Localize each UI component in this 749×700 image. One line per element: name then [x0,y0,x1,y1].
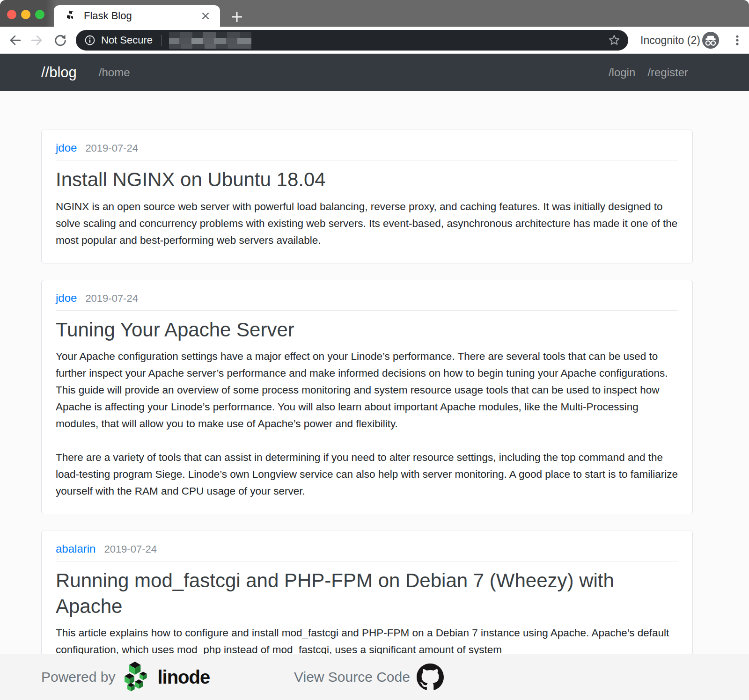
nav-link-login[interactable]: /login [609,66,635,79]
nav-link-home[interactable]: /home [99,66,130,79]
reload-icon[interactable] [53,33,67,47]
window-minimize-button[interactable] [21,10,30,19]
linode-wordmark: linode [157,667,210,688]
post-header: jdoe 2019-07-24 [56,141,678,160]
linode-cubes-icon [124,662,153,693]
page-footer: Powered by [0,654,749,700]
address-divider [161,35,162,46]
post-card: abalarin 2019-07-24 Running mod_fastcgi … [41,531,693,673]
browser-tab[interactable]: Flask Blog [54,5,220,27]
incognito-icon[interactable] [702,31,720,49]
close-icon[interactable] [199,10,212,22]
navbar-brand[interactable]: //blog [41,64,77,81]
address-bar[interactable]: Not Secure [76,30,628,51]
powered-by-linode[interactable]: Powered by [41,662,210,693]
post-date: 2019-07-24 [85,292,138,305]
bookmark-star-icon[interactable] [608,34,621,47]
browser-toolbar: Not Secure [0,27,749,54]
site-favicon-icon [65,10,76,22]
post-body: NGINX is an open source web server with … [56,198,678,249]
browser-window: Flask Blog Not Secure [0,0,749,700]
view-source-label: View Source Code [294,669,410,685]
tab-strip: Flask Blog [0,0,749,27]
post-body: Your Apache configuration settings have … [56,348,678,500]
post-date: 2019-07-24 [85,142,138,154]
post-date: 2019-07-24 [104,543,157,555]
page-content: jdoe 2019-07-24 Install NGINX on Ubuntu … [0,91,749,700]
redacted-url [169,32,251,49]
back-icon[interactable] [8,33,22,47]
new-tab-button[interactable] [229,9,245,25]
post-body: This article explains how to configure a… [56,625,678,658]
site-navbar: //blog /home /login /register [0,54,749,91]
post-header: abalarin 2019-07-24 [56,542,678,561]
github-icon[interactable] [417,664,444,691]
post-paragraph: NGINX is an open source web server with … [56,198,678,249]
post-title: Tuning Your Apache Server [56,317,678,343]
post-author-link[interactable]: jdoe [56,141,77,154]
incognito-label: Incognito (2) [640,34,700,47]
tab-title: Flask Blog [84,10,199,22]
post-title: Running mod_fastcgi and PHP-FPM on Debia… [56,568,678,619]
navbar-right-links: /login /register [609,66,688,79]
post-paragraph: Your Apache configuration settings have … [56,348,678,432]
post-paragraph: This article explains how to configure a… [56,625,678,658]
post-title: Install NGINX on Ubuntu 18.04 [56,167,678,193]
post-card: jdoe 2019-07-24 Install NGINX on Ubuntu … [41,130,693,263]
view-source-link[interactable]: View Source Code [294,664,444,691]
info-icon[interactable] [84,35,95,46]
menu-kebab-icon[interactable] [730,33,744,47]
linode-logo [124,662,153,693]
post-author-link[interactable]: abalarin [56,542,95,555]
nav-link-register[interactable]: /register [647,66,688,79]
post-card: jdoe 2019-07-24 Tuning Your Apache Serve… [41,280,693,515]
forward-icon[interactable] [30,33,44,47]
security-label: Not Secure [101,34,153,46]
window-zoom-button[interactable] [35,10,44,19]
window-close-button[interactable] [7,10,16,19]
post-author-link[interactable]: jdoe [56,292,77,305]
post-header: jdoe 2019-07-24 [56,292,678,311]
powered-by-label: Powered by [41,669,115,685]
post-paragraph: There are a variety of tools that can as… [56,449,678,500]
